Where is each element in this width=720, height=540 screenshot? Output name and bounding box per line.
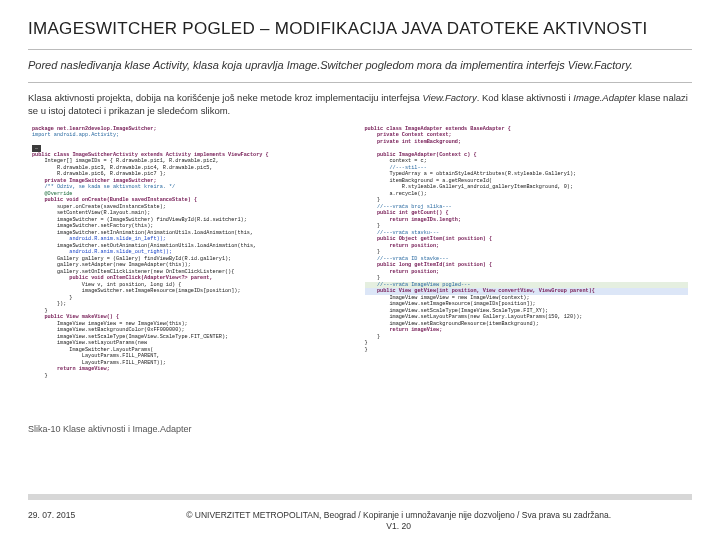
body-paragraph: Klasa aktivnosti projekta, dobija na kor…	[28, 91, 692, 118]
page-title: IMAGESWITCHER POGLED – MODIFIKACIJA JAVA…	[28, 18, 692, 39]
para-text: Klasa aktivnosti projekta, dobija na kor…	[28, 92, 422, 103]
para-italic-1: View.Factory	[422, 92, 476, 103]
footer: 29. 07. 2015 © UNIVERZITET METROPOLITAN,…	[28, 510, 692, 532]
figure-caption: Slika-10 Klase aktivnosti i Image.Adapte…	[28, 424, 692, 434]
code-screenshot: package net.learn2develop.ImageSwitcher;…	[28, 124, 692, 422]
lead-paragraph: Pored nasleđivanja klase Activity, klasa…	[28, 58, 692, 74]
title-divider	[28, 49, 692, 50]
footer-date: 29. 07. 2015	[28, 510, 75, 520]
lead-divider	[28, 82, 692, 83]
code-column-right: public class ImageAdapter extends BaseAd…	[360, 124, 693, 422]
code-column-left: package net.learn2develop.ImageSwitcher;…	[28, 124, 360, 422]
para-italic-2: Image.Adapter	[573, 92, 635, 103]
para-text: . Kod klase aktivnosti i	[477, 92, 574, 103]
footer-copyright: © UNIVERZITET METROPOLITAN, Beograd / Ko…	[105, 510, 692, 532]
caption-underline	[28, 494, 692, 500]
